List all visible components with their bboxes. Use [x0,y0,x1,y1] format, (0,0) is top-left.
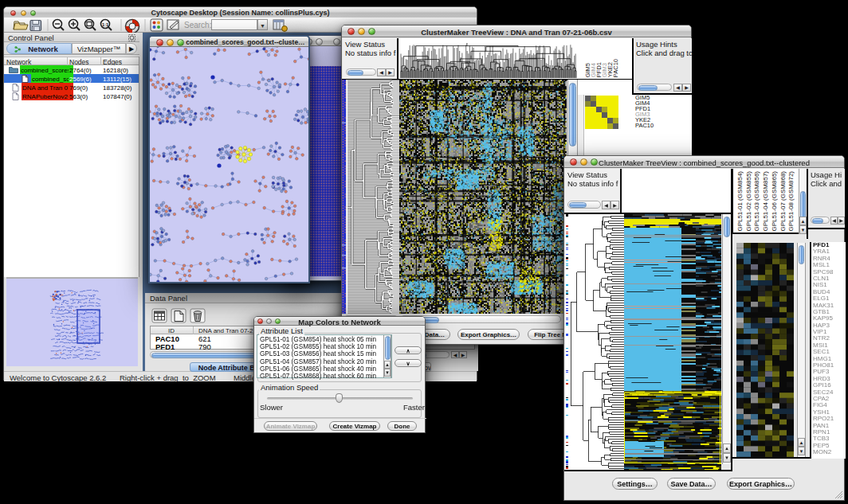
svg-text:Search:: Search: [184,21,211,29]
svg-text:1:1: 1:1 [102,22,108,27]
